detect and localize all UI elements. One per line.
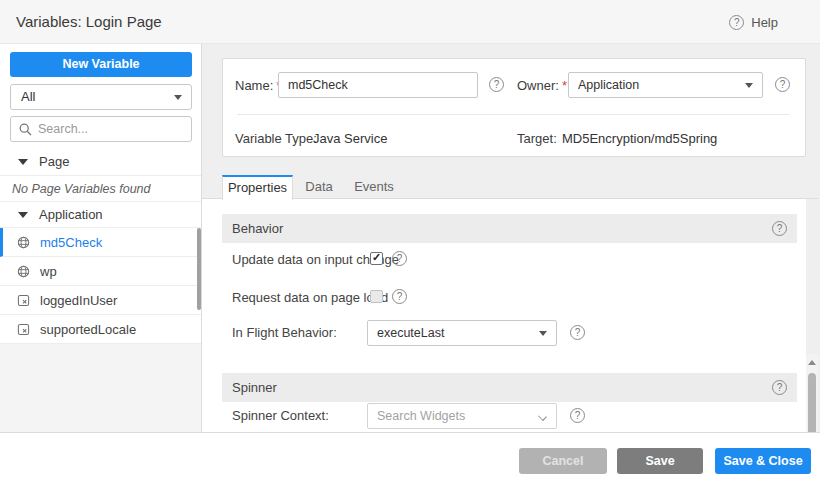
model-variable-icon bbox=[17, 294, 30, 307]
new-variable-button[interactable]: New Variable bbox=[10, 52, 192, 77]
required-asterisk: * bbox=[562, 78, 567, 93]
java-service-icon bbox=[17, 236, 30, 249]
in-flight-behavior-select[interactable]: executeLast bbox=[367, 320, 557, 346]
name-input[interactable] bbox=[278, 72, 478, 98]
behavior-section-header: Behavior ? bbox=[222, 214, 797, 243]
variable-item-label: md5Check bbox=[40, 235, 102, 250]
save-and-close-button[interactable]: Save & Close bbox=[715, 448, 811, 474]
request-data-help-icon[interactable]: ? bbox=[392, 289, 407, 304]
collapse-triangle-icon bbox=[18, 212, 28, 218]
variable-item-label: wp bbox=[40, 264, 57, 279]
chevron-down-icon bbox=[174, 95, 182, 100]
request-data-label: Request data on page load bbox=[232, 290, 388, 305]
owner-select[interactable]: Application bbox=[568, 72, 763, 98]
in-flight-help-icon[interactable]: ? bbox=[570, 325, 585, 340]
dialog-footer: Cancel Save Save & Close bbox=[0, 432, 820, 488]
tab-events[interactable]: Events bbox=[345, 175, 403, 199]
spinner-context-combobox[interactable] bbox=[367, 403, 557, 429]
chevron-down-icon bbox=[538, 412, 547, 421]
search-input[interactable] bbox=[38, 122, 178, 136]
spinner-help-icon[interactable]: ? bbox=[772, 380, 787, 395]
section-label: Page bbox=[39, 154, 69, 169]
save-button[interactable]: Save bbox=[617, 448, 703, 474]
in-flight-behavior-label: In Flight Behavior: bbox=[232, 325, 337, 340]
sidebar-scrollbar-thumb[interactable] bbox=[197, 228, 201, 310]
update-data-help-icon[interactable]: ? bbox=[392, 251, 407, 266]
variable-item-wp[interactable]: wp bbox=[0, 257, 201, 286]
request-data-checkbox[interactable] bbox=[370, 290, 383, 303]
variable-detail-panel: Name:* ? Owner:* Application ? Variable … bbox=[202, 44, 820, 432]
target-label: Target: bbox=[517, 131, 557, 146]
owner-label: Owner:* bbox=[517, 78, 567, 93]
variable-item-label: loggedInUser bbox=[40, 293, 117, 308]
variables-dialog: Variables: Login Page ? Help New Variabl… bbox=[0, 0, 820, 488]
update-data-checkbox[interactable] bbox=[370, 252, 383, 265]
dialog-header: Variables: Login Page ? Help bbox=[0, 0, 820, 44]
variable-type-label: Variable Type: bbox=[235, 131, 317, 146]
help-button[interactable]: ? Help bbox=[729, 0, 778, 44]
behavior-help-icon[interactable]: ? bbox=[772, 221, 787, 236]
page-title: Variables: Login Page bbox=[16, 0, 162, 44]
tab-data[interactable]: Data bbox=[293, 175, 345, 199]
detail-tabbar: Properties Data Events bbox=[202, 175, 818, 199]
java-service-icon bbox=[17, 265, 30, 278]
tree-section-page[interactable]: Page bbox=[0, 148, 201, 176]
variable-item-loggedinuser[interactable]: loggedInUser bbox=[0, 286, 201, 315]
variable-filter-select[interactable]: All bbox=[10, 84, 192, 110]
behavior-section-title: Behavior bbox=[232, 221, 772, 236]
variable-search[interactable] bbox=[10, 116, 192, 142]
filter-selected-value: All bbox=[21, 89, 35, 104]
tree-section-application[interactable]: Application bbox=[0, 202, 201, 228]
variable-item-supportedlocale[interactable]: supportedLocale bbox=[0, 315, 201, 344]
chevron-down-icon bbox=[745, 83, 753, 88]
in-flight-selected-value: executeLast bbox=[377, 326, 444, 340]
variable-item-md5check[interactable]: md5Check bbox=[0, 228, 201, 257]
chevron-down-icon bbox=[539, 331, 547, 336]
name-label: Name:* bbox=[235, 78, 281, 93]
help-question-icon: ? bbox=[729, 15, 744, 30]
owner-selected-value: Application bbox=[578, 78, 639, 92]
spinner-section-header: Spinner ? bbox=[222, 373, 797, 402]
tab-properties[interactable]: Properties bbox=[222, 175, 293, 200]
spinner-context-help-icon[interactable]: ? bbox=[570, 408, 585, 423]
card-divider bbox=[237, 114, 789, 115]
scroll-up-icon[interactable] bbox=[808, 360, 816, 365]
page-empty-message: No Page Variables found bbox=[0, 176, 201, 202]
owner-help-icon[interactable]: ? bbox=[775, 77, 790, 92]
spinner-context-label: Spinner Context: bbox=[232, 408, 329, 423]
variable-type-value: Java Service bbox=[313, 131, 387, 146]
collapse-triangle-icon bbox=[18, 159, 28, 165]
spinner-context-input[interactable] bbox=[377, 409, 527, 423]
variables-sidebar: New Variable All Page No Page Variables … bbox=[0, 44, 202, 432]
section-label: Application bbox=[39, 207, 103, 222]
search-icon bbox=[19, 123, 32, 136]
variable-summary-card: Name:* ? Owner:* Application ? Variable … bbox=[222, 58, 806, 157]
name-help-icon[interactable]: ? bbox=[489, 77, 504, 92]
help-label: Help bbox=[751, 15, 778, 30]
model-variable-icon bbox=[17, 323, 30, 336]
target-value: MD5Encryption/md5Spring bbox=[562, 131, 717, 146]
cancel-button[interactable]: Cancel bbox=[519, 448, 607, 474]
properties-tab-content: Behavior ? Update data on input change ?… bbox=[202, 199, 806, 432]
spinner-section-title: Spinner bbox=[232, 380, 772, 395]
variables-tree: Page No Page Variables found Application… bbox=[0, 148, 201, 344]
variable-item-label: supportedLocale bbox=[40, 322, 136, 337]
sidebar-empty-area bbox=[0, 344, 201, 432]
